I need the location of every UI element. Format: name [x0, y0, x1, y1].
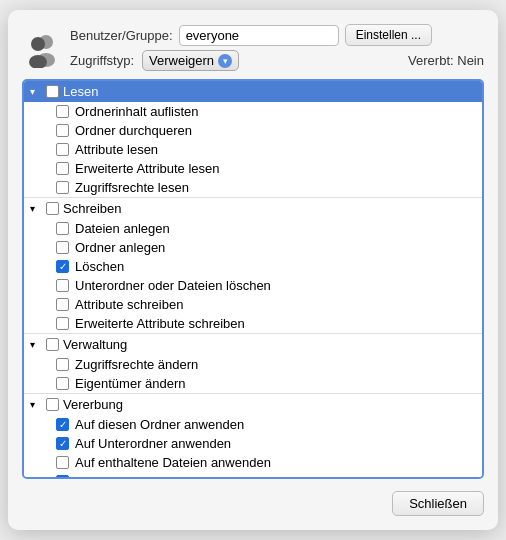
permissions-box: ▾LesenOrdnerinhalt auflistenOrdner durch… — [22, 79, 484, 479]
item-label: Attribute lesen — [75, 142, 158, 157]
item-checkbox-schreiben-2[interactable]: ✓ — [56, 260, 69, 273]
permissions-dialog: Benutzer/Gruppe: Einstellen ... Zugriffs… — [8, 10, 498, 530]
benutzer-label: Benutzer/Gruppe: — [70, 28, 173, 43]
item-label: Zugriffsrechte lesen — [75, 180, 189, 195]
avatar — [22, 28, 62, 68]
close-button[interactable]: Schließen — [392, 491, 484, 516]
item-label: Eigentümer ändern — [75, 376, 186, 391]
zugriffstyp-label: Zugriffstyp: — [70, 53, 134, 68]
item-checkbox-vererbung-0[interactable]: ✓ — [56, 418, 69, 431]
vererbt-label: Vererbt: Nein — [408, 53, 484, 68]
zugriffstyp-value: Verweigern — [149, 53, 214, 68]
section-header-vererbung[interactable]: ▾Vererbung — [24, 394, 482, 415]
section-header-verwaltung[interactable]: ▾Verwaltung — [24, 334, 482, 355]
perm-item: Dateien anlegen — [24, 219, 482, 238]
item-checkbox-vererbung-1[interactable]: ✓ — [56, 437, 69, 450]
chevron-icon: ▾ — [30, 86, 42, 97]
section-header-lesen[interactable]: ▾Lesen — [24, 81, 482, 102]
perm-item: Erweiterte Attribute lesen — [24, 159, 482, 178]
item-checkbox-schreiben-1[interactable] — [56, 241, 69, 254]
item-checkbox-schreiben-0[interactable] — [56, 222, 69, 235]
perm-item: Ordner durchqueren — [24, 121, 482, 140]
zugriffstyp-row: Zugriffstyp: Verweigern ▾ Vererbt: Nein — [70, 50, 484, 71]
item-label: Erweiterte Attribute schreiben — [75, 316, 245, 331]
item-checkbox-schreiben-3[interactable] — [56, 279, 69, 292]
perm-item: Ordnerinhalt auflisten — [24, 102, 482, 121]
perm-item: ✓Auf alle Unterordnerebenen anwenden — [24, 472, 482, 479]
einstellen-button[interactable]: Einstellen ... — [345, 24, 432, 46]
item-label: Auf enthaltene Dateien anwenden — [75, 455, 271, 470]
item-checkbox-lesen-2[interactable] — [56, 143, 69, 156]
item-label: Dateien anlegen — [75, 221, 170, 236]
item-label: Unterordner oder Dateien löschen — [75, 278, 271, 293]
section-label-schreiben: Schreiben — [63, 201, 122, 216]
perm-item: Eigentümer ändern — [24, 374, 482, 393]
item-label: Löschen — [75, 259, 124, 274]
item-label: Ordnerinhalt auflisten — [75, 104, 199, 119]
chevron-icon: ▾ — [30, 203, 42, 214]
footer: Schließen — [22, 491, 484, 516]
item-label: Auf alle Unterordnerebenen anwenden — [75, 474, 298, 479]
zugriffstyp-select[interactable]: Verweigern ▾ — [142, 50, 239, 71]
section-label-vererbung: Vererbung — [63, 397, 123, 412]
perm-item: Attribute schreiben — [24, 295, 482, 314]
item-checkbox-vererbung-2[interactable] — [56, 456, 69, 469]
item-label: Auf Unterordner anwenden — [75, 436, 231, 451]
item-label: Ordner anlegen — [75, 240, 165, 255]
section-header-schreiben[interactable]: ▾Schreiben — [24, 198, 482, 219]
perm-item: Attribute lesen — [24, 140, 482, 159]
item-checkbox-vererbung-3[interactable]: ✓ — [56, 475, 69, 479]
section-label-lesen: Lesen — [63, 84, 98, 99]
item-label: Auf diesen Ordner anwenden — [75, 417, 244, 432]
item-checkbox-lesen-0[interactable] — [56, 105, 69, 118]
perm-item: Ordner anlegen — [24, 238, 482, 257]
perm-item: ✓Löschen — [24, 257, 482, 276]
section-checkbox-vererbung[interactable] — [46, 398, 59, 411]
chevron-icon: ▾ — [30, 399, 42, 410]
item-label: Zugriffsrechte ändern — [75, 357, 198, 372]
perm-item: Erweiterte Attribute schreiben — [24, 314, 482, 333]
section-checkbox-verwaltung[interactable] — [46, 338, 59, 351]
perm-item: ✓Auf Unterordner anwenden — [24, 434, 482, 453]
section-checkbox-schreiben[interactable] — [46, 202, 59, 215]
section-checkbox-lesen[interactable] — [46, 85, 59, 98]
header-row: Benutzer/Gruppe: Einstellen ... Zugriffs… — [22, 24, 484, 71]
perm-item: ✓Auf diesen Ordner anwenden — [24, 415, 482, 434]
item-checkbox-schreiben-4[interactable] — [56, 298, 69, 311]
item-checkbox-schreiben-5[interactable] — [56, 317, 69, 330]
item-checkbox-verwaltung-1[interactable] — [56, 377, 69, 390]
item-checkbox-lesen-3[interactable] — [56, 162, 69, 175]
chevron-down-icon: ▾ — [218, 54, 232, 68]
chevron-icon: ▾ — [30, 339, 42, 350]
perm-item: Auf enthaltene Dateien anwenden — [24, 453, 482, 472]
svg-point-2 — [31, 37, 45, 51]
item-checkbox-lesen-1[interactable] — [56, 124, 69, 137]
item-label: Attribute schreiben — [75, 297, 183, 312]
section-label-verwaltung: Verwaltung — [63, 337, 127, 352]
perm-item: Unterordner oder Dateien löschen — [24, 276, 482, 295]
item-checkbox-verwaltung-0[interactable] — [56, 358, 69, 371]
benutzer-input[interactable] — [179, 25, 339, 46]
header-fields: Benutzer/Gruppe: Einstellen ... Zugriffs… — [70, 24, 484, 71]
item-label: Erweiterte Attribute lesen — [75, 161, 220, 176]
item-label: Ordner durchqueren — [75, 123, 192, 138]
item-checkbox-lesen-4[interactable] — [56, 181, 69, 194]
perm-item: Zugriffsrechte lesen — [24, 178, 482, 197]
perm-item: Zugriffsrechte ändern — [24, 355, 482, 374]
user-group-row: Benutzer/Gruppe: Einstellen ... — [70, 24, 484, 46]
